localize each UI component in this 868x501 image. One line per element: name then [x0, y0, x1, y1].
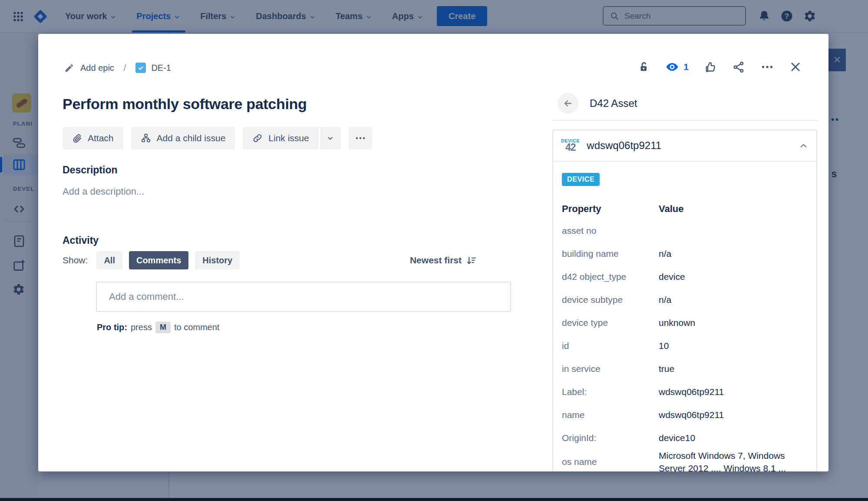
- thumbs-up-icon[interactable]: [704, 61, 717, 73]
- link-issue-dropdown[interactable]: [320, 127, 341, 149]
- table-row: device subtype n/a: [562, 288, 808, 311]
- panel-divider: [552, 120, 818, 121]
- activity-heading: Activity: [63, 235, 99, 246]
- device42-logo: DEVICE 42: [561, 139, 580, 153]
- issue-detail-modal: Add epic / DE-1 1 Perform monthl: [38, 34, 828, 471]
- asset-card-header[interactable]: DEVICE 42 wdswq06tp9211: [553, 130, 816, 162]
- table-row: os name Microsoft Windows 7, Windows Ser…: [562, 449, 808, 471]
- device-type-badge: DEVICE: [562, 173, 600, 186]
- child-issues-icon: [141, 133, 151, 143]
- table-row: device type unknown: [562, 311, 808, 334]
- d42-panel-header: D42 Asset: [558, 93, 637, 114]
- activity-filter-chip[interactable]: History: [195, 251, 240, 269]
- paperclip-icon: [72, 133, 82, 143]
- breadcrumb-add-epic[interactable]: Add epic: [80, 63, 114, 73]
- collapse-chevron-up-icon[interactable]: [799, 141, 809, 151]
- share-icon[interactable]: [733, 61, 745, 73]
- description-placeholder[interactable]: Add a description...: [63, 186, 144, 197]
- d42-panel-title: D42 Asset: [590, 97, 637, 109]
- toolbar-more-button[interactable]: [349, 127, 372, 149]
- add-child-issue-button[interactable]: Add a child issue: [131, 127, 235, 149]
- watchers-count: 1: [683, 62, 689, 72]
- keyboard-key-m: M: [155, 322, 171, 333]
- watchers-eye-icon: [665, 60, 679, 74]
- breadcrumb-separator: /: [124, 63, 126, 73]
- edit-pencil-icon[interactable]: [64, 63, 74, 73]
- watchers-group[interactable]: 1: [665, 60, 689, 74]
- issue-title[interactable]: Perform monthly software patching: [63, 96, 531, 113]
- attach-button[interactable]: Attach: [63, 127, 123, 149]
- activity-filter-chip[interactable]: All: [96, 251, 122, 269]
- link-issue-button[interactable]: Link issue: [243, 127, 318, 149]
- asset-property-table: Property Value asset no building name n/…: [562, 199, 808, 471]
- task-type-icon: [135, 63, 146, 73]
- close-icon[interactable]: [789, 61, 802, 73]
- table-row: Label: wdswq06tp9211: [562, 380, 808, 403]
- link-issue-button-group: Link issue: [243, 127, 340, 149]
- issue-toolbar: Attach Add a child issue Link issue: [63, 127, 372, 149]
- device-name: wdswq06tp9211: [587, 139, 661, 152]
- ellipsis-icon: [355, 133, 366, 144]
- unlock-icon[interactable]: [637, 61, 650, 73]
- back-arrow-icon: [563, 98, 573, 109]
- table-row: building name n/a: [562, 242, 808, 265]
- breadcrumb: Add epic / DE-1: [64, 63, 171, 73]
- description-heading: Description: [63, 164, 118, 176]
- table-row: asset no: [562, 219, 808, 242]
- table-rows: asset no building name n/a d42 object_ty…: [562, 219, 808, 471]
- table-row: d42 object_type device: [562, 265, 808, 288]
- comment-placeholder: Add a comment...: [109, 291, 184, 302]
- asset-card-body: DEVICE Property Value asset no bu: [553, 162, 816, 471]
- table-row: OriginId: device10: [562, 426, 808, 449]
- sort-order-button[interactable]: Newest first: [410, 255, 477, 266]
- property-column-header: Property: [562, 203, 659, 215]
- table-header-row: Property Value: [562, 199, 808, 219]
- sort-descending-icon: [466, 255, 477, 266]
- chevron-down-icon: [327, 135, 334, 142]
- breadcrumb-issue-key[interactable]: DE-1: [151, 63, 171, 73]
- show-label: Show:: [63, 255, 88, 265]
- table-row: in service true: [562, 357, 808, 380]
- activity-filter-row: Show: All Comments History Newest first: [63, 251, 477, 269]
- activity-filter-chip[interactable]: Comments: [129, 251, 188, 269]
- more-actions-icon[interactable]: [761, 60, 774, 73]
- link-icon: [252, 133, 263, 143]
- table-row: name wdswq06tp9211: [562, 403, 808, 426]
- table-row: id 10: [562, 334, 808, 357]
- value-column-header: Value: [659, 203, 808, 215]
- back-button[interactable]: [558, 93, 578, 114]
- d42-asset-card: DEVICE 42 wdswq06tp9211 DEVICE Property …: [552, 129, 817, 471]
- activity-filters: All Comments History: [96, 251, 240, 269]
- modal-header-actions: 1: [637, 60, 802, 74]
- comment-pro-tip: Pro tip: press M to comment: [97, 322, 219, 333]
- comment-input[interactable]: Add a comment...: [96, 282, 511, 312]
